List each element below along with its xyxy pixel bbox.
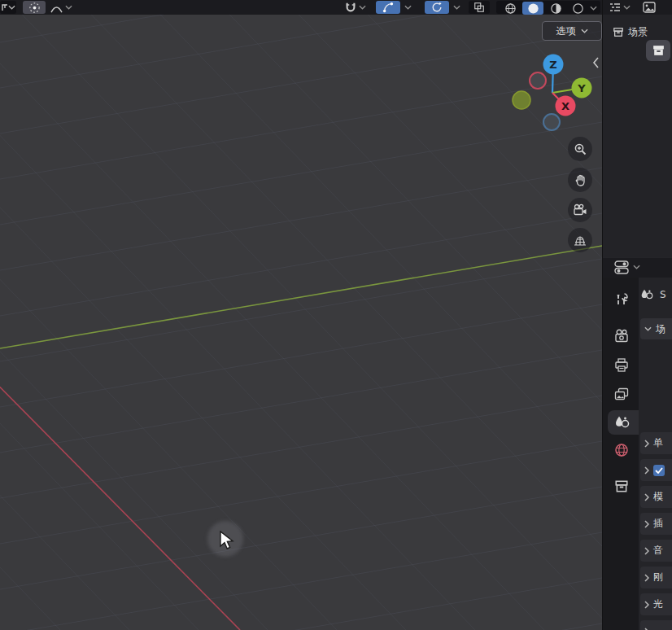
tab-output[interactable]: [613, 357, 630, 373]
outliner-header: [603, 0, 672, 15]
gizmo-x-label: X: [561, 100, 569, 112]
panel-label: 单: [653, 436, 663, 450]
chevron-down-icon: [65, 5, 72, 10]
shading-solid-button[interactable]: [522, 2, 543, 15]
xray-toggle[interactable]: [469, 1, 490, 14]
chevron-down-icon: [644, 326, 652, 331]
image-icon: [643, 2, 656, 13]
scene-collection-label: 场景: [628, 25, 648, 39]
shading-rendered-button[interactable]: [567, 2, 588, 15]
render-camera-icon: [614, 329, 629, 343]
magnifier-plus-icon: [574, 142, 587, 156]
panel-partial[interactable]: [640, 620, 672, 630]
panel-label: 模: [653, 490, 663, 504]
falloff-dropdown[interactable]: [47, 1, 75, 14]
solid-sphere-icon: [527, 2, 539, 15]
collection-box-icon: [614, 479, 629, 493]
rotation-snap-dropdown[interactable]: [451, 1, 462, 14]
panel-keying[interactable]: 插: [640, 513, 672, 535]
right-panel: 场景: [602, 0, 672, 630]
outliner-row-scene-collection[interactable]: 场景: [613, 24, 672, 40]
snap-target-toggle[interactable]: [376, 1, 400, 14]
tab-tool[interactable]: [613, 291, 630, 308]
hand-icon: [574, 173, 587, 187]
xray-icon: [473, 2, 485, 13]
panel-scene[interactable]: 场: [640, 318, 672, 339]
viewport-3d[interactable]: 选项 Z Y X: [0, 0, 602, 630]
editor-type-dropdown[interactable]: [608, 1, 632, 14]
snap-arc-icon: [382, 2, 394, 13]
navigation-gizmo[interactable]: Z Y X: [511, 49, 600, 133]
chevron-down-icon: [404, 5, 412, 10]
mouse-cursor: [219, 531, 237, 552]
rotation-snap-toggle[interactable]: [425, 1, 449, 14]
snap-dropdown[interactable]: [342, 1, 369, 14]
properties-header: [603, 258, 672, 278]
shading-wireframe-button[interactable]: [500, 2, 521, 15]
wireframe-sphere-icon: [504, 2, 517, 15]
chevron-right-icon: [644, 493, 649, 501]
properties-breadcrumb[interactable]: S: [640, 288, 666, 301]
gizmo-minus-z[interactable]: [543, 114, 560, 130]
gizmo-z-label: Z: [549, 59, 556, 71]
outliner-display-button[interactable]: [640, 1, 658, 14]
tab-render[interactable]: [613, 327, 630, 343]
options-label: 选项: [556, 24, 576, 38]
gizmo-y-label: Y: [577, 82, 586, 94]
collection-box-icon: [613, 27, 624, 37]
viewport-header: [0, 0, 602, 15]
chevron-down-icon: [623, 5, 631, 10]
properties-editor-dropdown[interactable]: [611, 260, 644, 273]
pan-button[interactable]: [568, 168, 592, 192]
chevron-down-icon: [359, 5, 366, 10]
zoom-button[interactable]: [568, 137, 592, 161]
rendered-sphere-icon: [572, 2, 584, 15]
proportional-editing-toggle[interactable]: [23, 1, 46, 14]
panel-rigid-body[interactable]: 刚: [640, 567, 672, 588]
gizmo-minus-y[interactable]: [513, 91, 530, 109]
tab-scene[interactable]: [613, 414, 630, 431]
gravity-checkbox[interactable]: [653, 465, 665, 476]
chevron-right-icon: [644, 628, 649, 630]
printer-icon: [614, 358, 629, 372]
scene-icon: [640, 288, 653, 301]
tab-collection[interactable]: [613, 478, 630, 494]
options-dropdown-button[interactable]: 选项: [542, 21, 602, 41]
panel-gravity[interactable]: [640, 459, 672, 481]
properties-tab-column: [603, 278, 639, 630]
magnet-icon: [345, 2, 356, 13]
panel-audio[interactable]: 音: [640, 540, 672, 562]
falloff-curve-icon: [50, 2, 63, 13]
transform-orientation-dropdown[interactable]: [0, 1, 16, 14]
panel-units[interactable]: 单: [640, 432, 672, 454]
panel-light[interactable]: 光: [640, 593, 672, 615]
properties-sliders-icon: [614, 260, 631, 274]
chevron-right-icon: [644, 440, 649, 448]
perspective-toggle-button[interactable]: [568, 228, 592, 252]
panel-label: 刚: [653, 571, 663, 584]
tab-view-layer[interactable]: [613, 386, 630, 402]
chevron-down-icon: [590, 6, 597, 11]
chevron-right-icon: [644, 574, 649, 582]
shading-material-button[interactable]: [545, 2, 566, 15]
camera-view-button[interactable]: [568, 198, 592, 222]
outliner: 场景: [603, 15, 672, 257]
panel-label: 光: [653, 597, 663, 611]
properties-editor: S 场 单: [603, 278, 672, 630]
panel-label: 场: [656, 322, 665, 336]
chevron-right-icon: [644, 601, 649, 609]
checkmark-icon: [655, 467, 663, 474]
snap-target-dropdown[interactable]: [402, 1, 413, 14]
proportional-editing-icon: [28, 2, 41, 14]
outliner-row-collection-active[interactable]: [646, 40, 670, 61]
panel-simulation[interactable]: 模: [640, 486, 672, 508]
blender-window: 选项 Z Y X: [0, 0, 672, 630]
gizmo-minus-x[interactable]: [530, 72, 546, 89]
grid-dome-icon: [573, 234, 587, 247]
tab-world[interactable]: [613, 442, 630, 458]
photo-stack-icon: [614, 387, 629, 401]
tool-icon: [614, 292, 629, 307]
shading-dropdown[interactable]: [587, 2, 599, 15]
chevron-right-icon: [644, 547, 649, 555]
scene-icon: [614, 415, 630, 430]
